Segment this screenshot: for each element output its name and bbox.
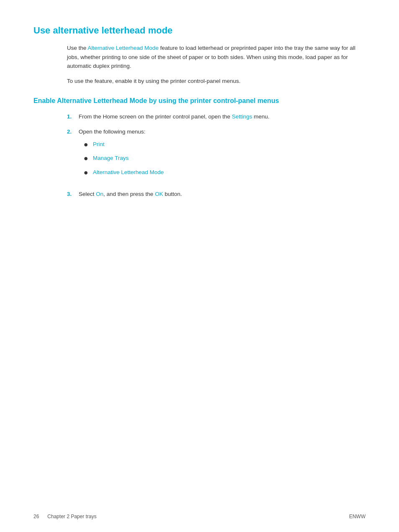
settings-link[interactable]: Settings	[232, 113, 252, 120]
step-2-content: Open the following menus:	[79, 127, 366, 136]
step-1-number: 1.	[67, 112, 79, 121]
alternative-letterhead-mode-link-intro[interactable]: Alternative Letterhead Mode	[88, 45, 159, 51]
on-link[interactable]: On	[96, 191, 103, 197]
page: Use alternative letterhead mode Use the …	[0, 0, 399, 532]
bullet-dot-alt-letterhead: ●	[84, 167, 93, 179]
intro-paragraph-1: Use the Alternative Letterhead Mode feat…	[67, 44, 366, 71]
step-3-text-button: button.	[163, 191, 182, 197]
step-3-content: Select On, and then press the OK button.	[79, 190, 366, 199]
step-3-text-select: Select	[79, 191, 96, 197]
alternative-letterhead-mode-link-bullet[interactable]: Alternative Letterhead Mode	[93, 168, 164, 177]
intro-text-before-link: Use the	[67, 45, 88, 51]
step-3: 3. Select On, and then press the OK butt…	[67, 190, 366, 199]
bullet-dot-print: ●	[84, 139, 93, 151]
footer-left: 26 Chapter 2 Paper trays	[33, 514, 97, 519]
step-3-text-then: , and then press the	[103, 191, 155, 197]
step-1-content: From the Home screen on the printer cont…	[79, 112, 366, 121]
step-1-text-after: menu.	[252, 113, 269, 120]
intro-paragraph-2: To use the feature, enable it by using t…	[67, 77, 366, 86]
print-link[interactable]: Print	[93, 140, 105, 149]
chapter-info: Chapter 2 Paper trays	[47, 514, 96, 519]
step-2-number: 2.	[67, 127, 79, 136]
footer-right-text: ENWW	[349, 514, 366, 519]
page-number: 26	[33, 514, 39, 519]
sub-title: Enable Alternative Letterhead Mode by us…	[33, 97, 366, 105]
step-3-number: 3.	[67, 190, 79, 199]
manage-trays-link[interactable]: Manage Trays	[93, 154, 129, 163]
bullet-list: ● Print ● Manage Trays ● Alternative Let…	[84, 140, 164, 182]
bullet-item-print: ● Print	[84, 140, 164, 151]
intro-block: Use the Alternative Letterhead Mode feat…	[67, 44, 366, 85]
footer: 26 Chapter 2 Paper trays ENWW	[33, 514, 366, 519]
bullet-dot-manage-trays: ●	[84, 152, 93, 164]
step-2: 2. Open the following menus: ● Print ● M…	[67, 127, 366, 184]
main-title: Use alternative letterhead mode	[33, 25, 366, 36]
step-1: 1. From the Home screen on the printer c…	[67, 112, 366, 121]
step-1-text-before: From the Home screen on the printer cont…	[79, 113, 232, 120]
bullet-item-alt-letterhead: ● Alternative Letterhead Mode	[84, 168, 164, 179]
ok-link[interactable]: OK	[155, 191, 163, 197]
steps-list: 1. From the Home screen on the printer c…	[67, 112, 366, 198]
bullet-item-manage-trays: ● Manage Trays	[84, 154, 164, 164]
